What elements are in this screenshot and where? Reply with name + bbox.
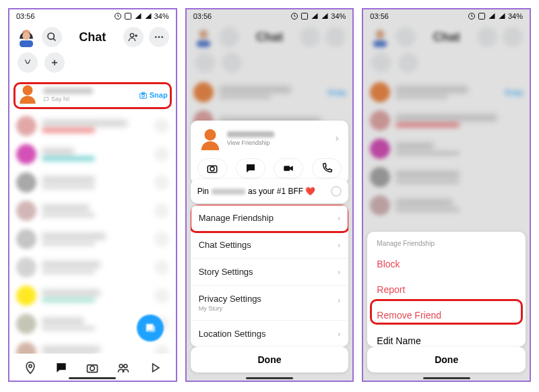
phone-panel-1: 03:56 34% Chat [8,8,177,382]
sheet-title: Manage Friendship [367,237,526,251]
location-settings-row[interactable]: Location Settings › [191,321,349,347]
chat-row[interactable] [13,140,172,168]
chat-row[interactable] [13,168,172,197]
chat-row[interactable] [13,282,172,310]
new-snap-fab[interactable] [137,315,164,341]
tabbar [9,354,176,381]
chat-icon [43,96,49,102]
chevron-right-icon [334,135,340,142]
svg-point-18 [124,364,127,368]
svg-point-14 [29,364,32,367]
stories-tab[interactable] [115,359,132,377]
profile-card: View Friendship [191,121,349,184]
call-action-button[interactable] [312,158,342,178]
chat-header: Chat [9,23,176,51]
done-button[interactable]: Done [191,347,349,372]
svg-rect-26 [284,166,290,171]
status-time: 03:56 [16,12,35,20]
contact-avatar-icon [18,84,38,106]
home-indicator [69,377,116,379]
snap-action-button[interactable] [197,158,227,178]
home-indicator [246,377,293,379]
say-hi-label: Say hi! [51,96,70,102]
add-friend-button[interactable] [123,27,144,47]
profile-avatar[interactable] [16,27,36,47]
svg-rect-4 [20,40,33,47]
svg-point-16 [90,366,95,371]
manage-friendship-sheet: Manage Friendship Block Report Remove Fr… [367,232,526,347]
chat-row[interactable] [13,197,172,225]
privacy-settings-row[interactable]: Privacy Settings My Story › [191,286,349,321]
chat-action-button[interactable] [236,158,265,178]
svg-point-8 [158,36,160,38]
pin-prefix: Pin [197,187,209,196]
svg-point-12 [141,94,144,97]
manage-friendship-row[interactable]: Manage Friendship › [191,205,349,232]
camera-icon [206,162,218,174]
chat-row-highlighted[interactable]: Say hi! Snap [13,78,172,112]
page-title: Chat [67,30,118,44]
contact-avatar-icon [199,127,222,150]
phone-panel-2: 03:56 34% Chat Snap [185,8,354,382]
chat-row[interactable] [13,253,172,282]
phone-panel-3: 03:56 34% Chat Snap Manage Friendship [362,8,531,382]
done-button[interactable]: Done [367,347,526,372]
svg-point-3 [22,32,30,40]
spotlight-tab[interactable] [146,359,164,377]
pin-bff-row[interactable]: Pin as your #1 BFF ❤️ [191,179,349,203]
svg-point-17 [120,364,123,368]
remove-friend-row[interactable]: Remove Friend [367,302,526,328]
svg-point-23 [204,129,216,141]
svg-point-5 [48,33,54,39]
svg-point-25 [210,167,214,171]
svg-point-10 [23,86,33,96]
more-button[interactable] [149,27,169,47]
chat-row[interactable] [13,225,172,253]
pin-suffix: as your #1 BFF ❤️ [248,187,315,196]
svg-point-7 [155,36,157,38]
map-tab[interactable] [22,359,39,377]
settings-card: Manage Friendship › Chat Settings › Stor… [191,205,349,347]
view-friendship-label: View Friendship [227,139,329,146]
pin-radio[interactable] [331,186,342,197]
report-row[interactable]: Report [367,277,526,302]
story-settings-row[interactable]: Story Settings › [191,259,349,286]
chat-row[interactable] [13,112,172,140]
block-row[interactable]: Block [367,251,526,277]
profile-header-row[interactable]: View Friendship [193,126,346,156]
home-indicator [423,377,470,379]
new-chat-button[interactable] [44,53,65,73]
video-icon [282,162,294,174]
camera-tab[interactable] [84,359,101,377]
svg-rect-1 [125,13,131,20]
chat-icon [245,162,257,174]
camera-icon [139,91,148,100]
video-action-button[interactable] [274,158,303,178]
chat-settings-row[interactable]: Chat Settings › [191,232,349,259]
status-battery: 34% [154,12,169,20]
svg-point-9 [161,36,163,38]
filter-button[interactable] [18,53,38,73]
snap-button[interactable]: Snap [139,91,168,100]
search-button[interactable] [42,27,62,47]
chat-tab[interactable] [53,359,70,377]
svg-point-6 [130,34,133,37]
chevron-right-icon: › [338,213,340,223]
phone-icon [321,162,333,174]
statusbar: 03:56 34% [9,9,176,23]
